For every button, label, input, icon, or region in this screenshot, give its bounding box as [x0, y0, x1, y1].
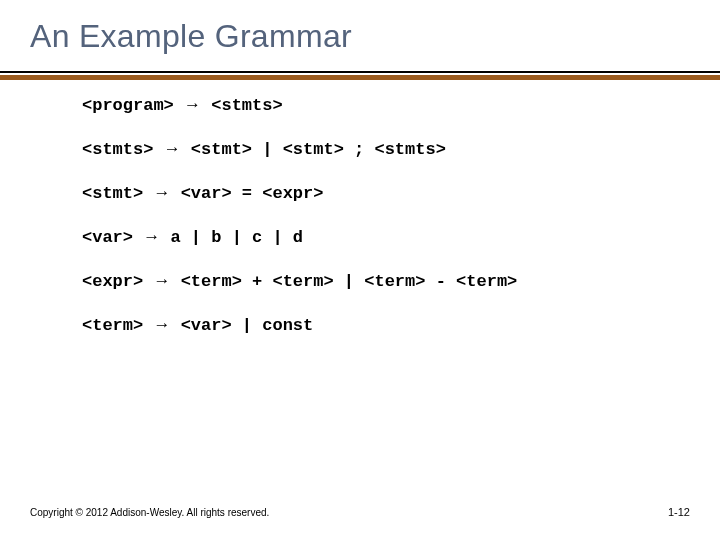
page-title: An Example Grammar	[30, 18, 690, 55]
lhs: <term>	[82, 316, 143, 335]
arrow-icon: →	[164, 139, 181, 158]
page-number: 1-12	[668, 506, 690, 518]
rhs: <stmts>	[211, 96, 282, 115]
arrow-icon: →	[184, 95, 201, 114]
lhs: <expr>	[82, 272, 143, 291]
lhs: <stmts>	[82, 140, 153, 159]
rhs: <stmt> | <stmt> ; <stmts>	[191, 140, 446, 159]
grammar-rule: <stmt> → <var> = <expr>	[82, 182, 690, 206]
rule-thin	[0, 71, 720, 73]
grammar-block: <program> → <stmts> <stmts> → <stmt> | <…	[82, 94, 690, 338]
grammar-rule: <var> → a | b | c | d	[82, 226, 690, 250]
arrow-icon: →	[153, 183, 170, 202]
arrow-icon: →	[153, 271, 170, 290]
lhs: <stmt>	[82, 184, 143, 203]
rhs: <var> = <expr>	[181, 184, 324, 203]
copyright-text: Copyright © 2012 Addison-Wesley. All rig…	[30, 507, 269, 518]
slide: An Example Grammar <program> → <stmts> <…	[0, 0, 720, 540]
rhs: a | b | c | d	[170, 228, 303, 247]
rhs: <term> + <term> | <term> - <term>	[181, 272, 518, 291]
rhs: <var> | const	[181, 316, 314, 335]
rule-thick	[0, 75, 720, 80]
grammar-rule: <program> → <stmts>	[82, 94, 690, 118]
arrow-icon: →	[143, 227, 160, 246]
arrow-icon: →	[153, 315, 170, 334]
grammar-rule: <expr> → <term> + <term> | <term> - <ter…	[82, 270, 690, 294]
grammar-rule: <term> → <var> | const	[82, 314, 690, 338]
lhs: <var>	[82, 228, 133, 247]
grammar-rule: <stmts> → <stmt> | <stmt> ; <stmts>	[82, 138, 690, 162]
title-rule	[0, 71, 720, 80]
lhs: <program>	[82, 96, 174, 115]
footer: Copyright © 2012 Addison-Wesley. All rig…	[30, 506, 690, 518]
